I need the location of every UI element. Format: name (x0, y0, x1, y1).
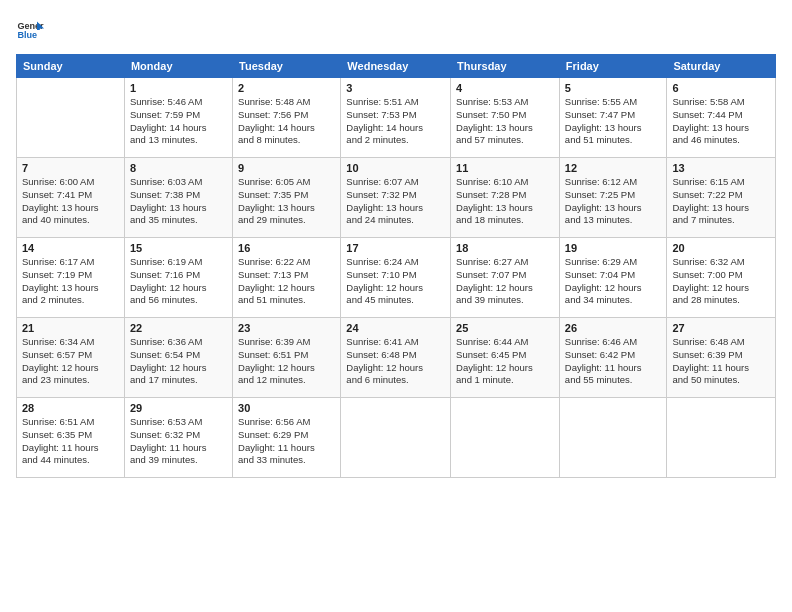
day-number: 8 (130, 162, 227, 174)
calendar-cell (17, 78, 125, 158)
week-row-3: 21Sunrise: 6:34 AM Sunset: 6:57 PM Dayli… (17, 318, 776, 398)
calendar-cell (559, 398, 667, 478)
day-number: 26 (565, 322, 662, 334)
day-detail: Sunrise: 6:24 AM Sunset: 7:10 PM Dayligh… (346, 256, 445, 307)
day-detail: Sunrise: 6:05 AM Sunset: 7:35 PM Dayligh… (238, 176, 335, 227)
day-number: 28 (22, 402, 119, 414)
day-detail: Sunrise: 5:53 AM Sunset: 7:50 PM Dayligh… (456, 96, 554, 147)
calendar-cell: 27Sunrise: 6:48 AM Sunset: 6:39 PM Dayli… (667, 318, 776, 398)
calendar-cell: 7Sunrise: 6:00 AM Sunset: 7:41 PM Daylig… (17, 158, 125, 238)
day-number: 30 (238, 402, 335, 414)
day-number: 23 (238, 322, 335, 334)
day-number: 11 (456, 162, 554, 174)
calendar-table: SundayMondayTuesdayWednesdayThursdayFrid… (16, 54, 776, 478)
day-detail: Sunrise: 6:32 AM Sunset: 7:00 PM Dayligh… (672, 256, 770, 307)
header-day-tuesday: Tuesday (233, 55, 341, 78)
day-detail: Sunrise: 5:46 AM Sunset: 7:59 PM Dayligh… (130, 96, 227, 147)
logo-icon: General Blue (16, 16, 44, 44)
day-number: 17 (346, 242, 445, 254)
calendar-cell: 28Sunrise: 6:51 AM Sunset: 6:35 PM Dayli… (17, 398, 125, 478)
calendar-cell: 14Sunrise: 6:17 AM Sunset: 7:19 PM Dayli… (17, 238, 125, 318)
header-day-friday: Friday (559, 55, 667, 78)
calendar-cell: 1Sunrise: 5:46 AM Sunset: 7:59 PM Daylig… (124, 78, 232, 158)
day-detail: Sunrise: 5:51 AM Sunset: 7:53 PM Dayligh… (346, 96, 445, 147)
day-number: 6 (672, 82, 770, 94)
week-row-1: 7Sunrise: 6:00 AM Sunset: 7:41 PM Daylig… (17, 158, 776, 238)
day-detail: Sunrise: 5:58 AM Sunset: 7:44 PM Dayligh… (672, 96, 770, 147)
day-number: 24 (346, 322, 445, 334)
day-number: 15 (130, 242, 227, 254)
day-number: 14 (22, 242, 119, 254)
week-row-4: 28Sunrise: 6:51 AM Sunset: 6:35 PM Dayli… (17, 398, 776, 478)
svg-text:Blue: Blue (17, 30, 37, 40)
day-detail: Sunrise: 6:51 AM Sunset: 6:35 PM Dayligh… (22, 416, 119, 467)
day-number: 4 (456, 82, 554, 94)
calendar-cell: 17Sunrise: 6:24 AM Sunset: 7:10 PM Dayli… (341, 238, 451, 318)
calendar-cell: 24Sunrise: 6:41 AM Sunset: 6:48 PM Dayli… (341, 318, 451, 398)
day-number: 29 (130, 402, 227, 414)
calendar-cell: 12Sunrise: 6:12 AM Sunset: 7:25 PM Dayli… (559, 158, 667, 238)
day-number: 7 (22, 162, 119, 174)
calendar-cell: 10Sunrise: 6:07 AM Sunset: 7:32 PM Dayli… (341, 158, 451, 238)
calendar-cell: 29Sunrise: 6:53 AM Sunset: 6:32 PM Dayli… (124, 398, 232, 478)
day-detail: Sunrise: 6:36 AM Sunset: 6:54 PM Dayligh… (130, 336, 227, 387)
day-detail: Sunrise: 5:48 AM Sunset: 7:56 PM Dayligh… (238, 96, 335, 147)
day-number: 20 (672, 242, 770, 254)
day-detail: Sunrise: 6:22 AM Sunset: 7:13 PM Dayligh… (238, 256, 335, 307)
calendar-cell: 8Sunrise: 6:03 AM Sunset: 7:38 PM Daylig… (124, 158, 232, 238)
calendar-cell: 4Sunrise: 5:53 AM Sunset: 7:50 PM Daylig… (451, 78, 560, 158)
header-day-sunday: Sunday (17, 55, 125, 78)
day-number: 18 (456, 242, 554, 254)
calendar-cell: 18Sunrise: 6:27 AM Sunset: 7:07 PM Dayli… (451, 238, 560, 318)
day-number: 2 (238, 82, 335, 94)
week-row-2: 14Sunrise: 6:17 AM Sunset: 7:19 PM Dayli… (17, 238, 776, 318)
calendar-cell: 23Sunrise: 6:39 AM Sunset: 6:51 PM Dayli… (233, 318, 341, 398)
day-number: 22 (130, 322, 227, 334)
calendar-cell: 16Sunrise: 6:22 AM Sunset: 7:13 PM Dayli… (233, 238, 341, 318)
calendar-cell: 6Sunrise: 5:58 AM Sunset: 7:44 PM Daylig… (667, 78, 776, 158)
day-number: 9 (238, 162, 335, 174)
day-detail: Sunrise: 6:46 AM Sunset: 6:42 PM Dayligh… (565, 336, 662, 387)
day-detail: Sunrise: 6:56 AM Sunset: 6:29 PM Dayligh… (238, 416, 335, 467)
day-detail: Sunrise: 6:10 AM Sunset: 7:28 PM Dayligh… (456, 176, 554, 227)
calendar-cell: 15Sunrise: 6:19 AM Sunset: 7:16 PM Dayli… (124, 238, 232, 318)
page: General Blue SundayMondayTuesdayWednesda… (0, 0, 792, 612)
day-number: 12 (565, 162, 662, 174)
header-day-thursday: Thursday (451, 55, 560, 78)
day-number: 13 (672, 162, 770, 174)
day-detail: Sunrise: 6:00 AM Sunset: 7:41 PM Dayligh… (22, 176, 119, 227)
day-detail: Sunrise: 6:03 AM Sunset: 7:38 PM Dayligh… (130, 176, 227, 227)
calendar-cell: 25Sunrise: 6:44 AM Sunset: 6:45 PM Dayli… (451, 318, 560, 398)
week-row-0: 1Sunrise: 5:46 AM Sunset: 7:59 PM Daylig… (17, 78, 776, 158)
day-number: 19 (565, 242, 662, 254)
calendar-cell: 9Sunrise: 6:05 AM Sunset: 7:35 PM Daylig… (233, 158, 341, 238)
calendar-body: 1Sunrise: 5:46 AM Sunset: 7:59 PM Daylig… (17, 78, 776, 478)
calendar-cell: 3Sunrise: 5:51 AM Sunset: 7:53 PM Daylig… (341, 78, 451, 158)
day-number: 16 (238, 242, 335, 254)
day-detail: Sunrise: 6:39 AM Sunset: 6:51 PM Dayligh… (238, 336, 335, 387)
calendar-cell: 30Sunrise: 6:56 AM Sunset: 6:29 PM Dayli… (233, 398, 341, 478)
day-detail: Sunrise: 5:55 AM Sunset: 7:47 PM Dayligh… (565, 96, 662, 147)
day-detail: Sunrise: 6:07 AM Sunset: 7:32 PM Dayligh… (346, 176, 445, 227)
day-number: 25 (456, 322, 554, 334)
day-number: 27 (672, 322, 770, 334)
day-number: 10 (346, 162, 445, 174)
calendar-cell: 11Sunrise: 6:10 AM Sunset: 7:28 PM Dayli… (451, 158, 560, 238)
calendar-cell: 2Sunrise: 5:48 AM Sunset: 7:56 PM Daylig… (233, 78, 341, 158)
calendar-cell: 20Sunrise: 6:32 AM Sunset: 7:00 PM Dayli… (667, 238, 776, 318)
day-number: 3 (346, 82, 445, 94)
day-detail: Sunrise: 6:44 AM Sunset: 6:45 PM Dayligh… (456, 336, 554, 387)
day-detail: Sunrise: 6:17 AM Sunset: 7:19 PM Dayligh… (22, 256, 119, 307)
calendar-cell: 5Sunrise: 5:55 AM Sunset: 7:47 PM Daylig… (559, 78, 667, 158)
day-detail: Sunrise: 6:19 AM Sunset: 7:16 PM Dayligh… (130, 256, 227, 307)
day-detail: Sunrise: 6:34 AM Sunset: 6:57 PM Dayligh… (22, 336, 119, 387)
header-day-monday: Monday (124, 55, 232, 78)
calendar-header: SundayMondayTuesdayWednesdayThursdayFrid… (17, 55, 776, 78)
calendar-cell (341, 398, 451, 478)
day-detail: Sunrise: 6:12 AM Sunset: 7:25 PM Dayligh… (565, 176, 662, 227)
day-number: 1 (130, 82, 227, 94)
day-detail: Sunrise: 6:48 AM Sunset: 6:39 PM Dayligh… (672, 336, 770, 387)
header-row: SundayMondayTuesdayWednesdayThursdayFrid… (17, 55, 776, 78)
calendar-cell: 13Sunrise: 6:15 AM Sunset: 7:22 PM Dayli… (667, 158, 776, 238)
day-detail: Sunrise: 6:15 AM Sunset: 7:22 PM Dayligh… (672, 176, 770, 227)
